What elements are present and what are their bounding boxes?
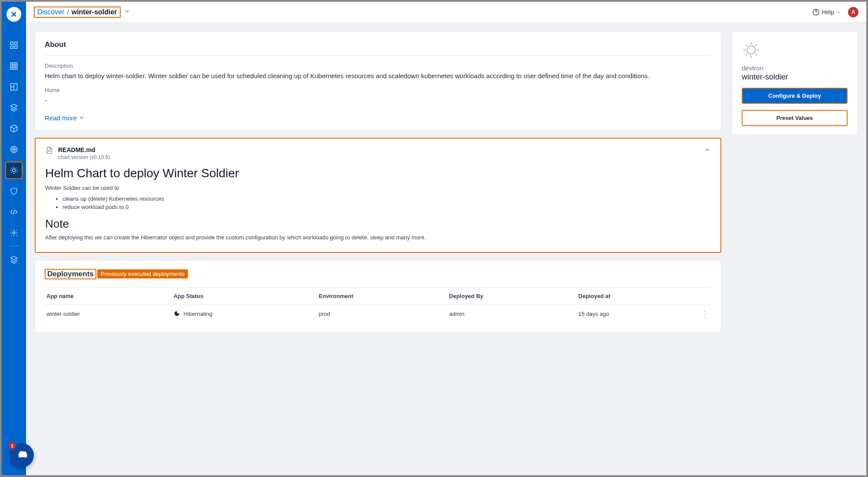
preset-values-button[interactable]: Preset Values: [742, 110, 848, 126]
main: Discover / winter-soldier Help A: [26, 2, 866, 475]
nav-apps-icon[interactable]: [5, 36, 23, 54]
hibernate-icon: [174, 310, 180, 318]
row-menu-button[interactable]: ⋮: [700, 310, 709, 318]
breadcrumb[interactable]: Discover / winter-soldier: [34, 7, 121, 18]
sidebar: 1: [2, 2, 26, 475]
configure-deploy-button[interactable]: Configure & Deploy: [742, 88, 848, 104]
nav-panel-icon[interactable]: [5, 78, 23, 96]
readme-intro: Winter Soldier can be used to: [45, 185, 711, 191]
col-environment: Environment: [317, 287, 447, 305]
svg-point-8: [13, 149, 15, 150]
chevron-down-icon[interactable]: [124, 8, 130, 16]
nav-shield-icon[interactable]: [5, 182, 23, 200]
deployments-table: App name App Status Environment Deployed…: [45, 287, 711, 323]
readme-version: chart version (v0.10.6): [58, 154, 699, 160]
cell-env: prod: [317, 305, 447, 323]
breadcrumb-root[interactable]: Discover: [37, 8, 64, 16]
chart-repo: devtron: [742, 64, 848, 72]
readme-note-body: After deploying this we can create the H…: [45, 234, 711, 241]
svg-rect-1: [15, 42, 17, 45]
description-label: Description: [45, 63, 711, 69]
avatar-initial: A: [852, 9, 855, 15]
about-card: About Description Helm chart to deploy w…: [35, 31, 721, 131]
svg-rect-0: [11, 42, 13, 45]
svg-point-12: [747, 46, 755, 54]
svg-point-6: [11, 146, 17, 153]
cell-by: admin: [447, 305, 577, 323]
col-app-name: App name: [45, 287, 172, 305]
home-value: -: [45, 95, 711, 105]
nav-settings-icon[interactable]: [5, 224, 23, 242]
table-header-row: App name App Status Environment Deployed…: [45, 287, 711, 305]
chart-name: winter-soldier: [742, 73, 848, 82]
nav-helm-icon[interactable]: [5, 162, 23, 179]
chart-panel: devtron winter-soldier Configure & Deplo…: [732, 31, 858, 135]
readme-card: README.md chart version (v0.10.6) Helm C…: [35, 138, 721, 253]
collapse-button[interactable]: [704, 146, 711, 155]
nav-divider: [9, 246, 19, 246]
nav-code-icon[interactable]: [5, 203, 23, 221]
svg-point-7: [12, 148, 16, 151]
svg-point-9: [13, 169, 16, 172]
nav-grid-icon[interactable]: [5, 57, 23, 75]
app-logo[interactable]: [7, 7, 21, 22]
breadcrumb-sep: /: [67, 8, 69, 16]
col-deployed-by: Deployed By: [447, 287, 577, 305]
helm-icon: [742, 40, 848, 61]
nav-layers-icon[interactable]: [5, 251, 23, 268]
svg-rect-4: [11, 63, 17, 70]
about-title: About: [45, 40, 711, 56]
readme-note-title: Note: [45, 217, 711, 231]
chevron-down-icon: [79, 115, 85, 121]
avatar[interactable]: A: [848, 7, 858, 17]
svg-point-10: [13, 232, 15, 234]
read-more-button[interactable]: Read more: [45, 114, 85, 122]
nav-cube-icon[interactable]: [5, 120, 23, 137]
cell-status: Hibernating: [184, 311, 213, 317]
nav-cube-stack-icon[interactable]: [5, 99, 23, 116]
readme-h1: Helm Chart to deploy Winter Soldier: [45, 166, 711, 180]
description-value: Helm chart to deploy winter-soldier. Win…: [45, 71, 711, 81]
help-button[interactable]: Help: [812, 8, 841, 16]
deployments-title: Deployments: [45, 269, 96, 279]
svg-rect-2: [11, 46, 13, 49]
discord-badge: 1: [8, 441, 16, 450]
home-label: Home: [45, 87, 711, 93]
topbar: Discover / winter-soldier Help A: [26, 2, 866, 23]
cell-app: winter-soldier: [45, 305, 172, 323]
readme-bullet: cleans up (delete) Kubernetes resources: [62, 195, 711, 202]
col-app-status: App Status: [172, 287, 317, 305]
discord-button[interactable]: 1: [10, 443, 34, 467]
readme-filename: README.md: [58, 146, 699, 153]
svg-rect-3: [15, 46, 17, 49]
document-icon: [45, 146, 53, 156]
readme-bullet: reduce workload pods to 0: [62, 204, 711, 210]
breadcrumb-current: winter-soldier: [72, 8, 117, 16]
col-deployed-at: Deployed at: [577, 287, 698, 305]
read-more-label: Read more: [45, 114, 77, 122]
table-row[interactable]: winter-soldier Hibernating: [45, 305, 711, 323]
readme-bullets: cleans up (delete) Kubernetes resources …: [62, 195, 711, 210]
nav-target-icon[interactable]: [5, 141, 23, 158]
deployments-hint: Previously executed deployments: [97, 269, 188, 278]
help-label: Help: [822, 9, 834, 16]
cell-at: 15 days ago: [577, 305, 698, 323]
deployments-card: Deployments Previously executed deployme…: [35, 260, 721, 332]
